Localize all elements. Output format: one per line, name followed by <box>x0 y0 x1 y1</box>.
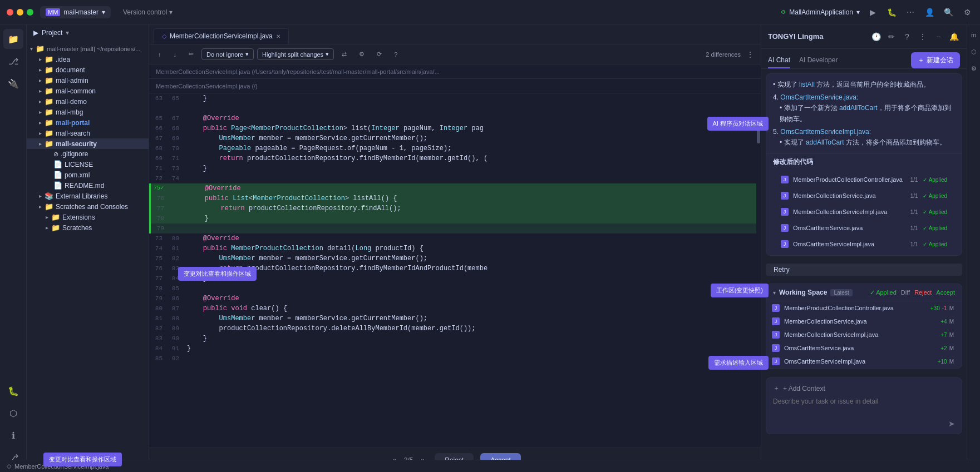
plus-icon: ＋ <box>773 384 780 393</box>
editor-scrollbar[interactable] <box>756 93 761 448</box>
code-line: 7481 public MemberProductCollection deta… <box>149 244 756 254</box>
sidebar-item-pom[interactable]: ▸ 📄 pom.xml <box>27 170 149 180</box>
code-line: 7173 } <box>149 163 756 173</box>
tab-close-icon[interactable]: ✕ <box>276 33 280 39</box>
files-icon[interactable]: 📁 <box>3 29 23 49</box>
activity-bar: 📁 ⎇ 🔌 🐛 ⬡ ℹ ⎇ <box>0 24 27 472</box>
ai-more-icon[interactable]: ⋮ <box>917 31 929 43</box>
debug-icon[interactable]: 🐛 <box>3 381 23 401</box>
code-diff-editor[interactable]: 6365 } 6567 @Override 6668 public Page<M… <box>149 93 761 448</box>
more-icon[interactable]: ⋯ <box>904 6 917 18</box>
minimize-button[interactable] <box>17 9 23 16</box>
applied-file-2[interactable]: J MemberCollectionService.java 1/1 ✓Appl… <box>775 188 953 203</box>
tab-ai-developer[interactable]: AI Developer <box>799 53 838 68</box>
code-line: 6971 return productCollectionRepository.… <box>149 153 756 163</box>
ai-clock-icon[interactable]: 🕐 <box>870 31 882 43</box>
sidebar-item-mall-common[interactable]: ▸ 📁 mall-common <box>27 86 149 96</box>
ws-added-2: +4 <box>940 319 947 325</box>
ai-notification-icon[interactable]: 🔔 <box>948 31 960 43</box>
task-description-input[interactable] <box>773 398 955 413</box>
ws-file-1[interactable]: J MemberProductCollectionController.java… <box>766 301 962 315</box>
editor-tab-impl[interactable]: ◇ MemberCollectionServiceImpl.java ✕ <box>154 28 289 44</box>
sidebar-item-mall-demo[interactable]: ▸ 📁 mall-demo <box>27 96 149 107</box>
terminal-icon[interactable]: ⬡ <box>3 403 23 423</box>
more-options-icon[interactable]: ⋮ <box>744 48 756 61</box>
sidebar-item-mall-admin[interactable]: ▸ 📁 mall-admin <box>27 75 149 86</box>
file-name-5: OmsCartItemServiceImpl.java <box>793 241 910 247</box>
ws-m-5: M <box>949 359 954 365</box>
add-context-button[interactable]: ＋ + Add Context <box>773 384 955 393</box>
right-icon-3[interactable]: ⚙ <box>968 62 980 74</box>
ai-minimize-icon[interactable]: − <box>932 31 944 43</box>
ws-reject[interactable]: Reject <box>914 289 932 296</box>
code-line: 6769 UmsMember member = memberService.ge… <box>149 133 756 143</box>
ai-panel-header: TONGYI Lingma 🕐 ✏ ? ⋮ − 🔔 <box>761 24 967 49</box>
help-icon[interactable]: ? <box>390 49 402 59</box>
sidebar-annotation: 变更对比查看和操作区域 <box>43 453 122 466</box>
applied-file-4[interactable]: J OmsCartItemService.java 1/1 ✓Applied <box>775 221 953 235</box>
maximize-button[interactable] <box>27 9 33 16</box>
ws-file-3[interactable]: J MemberCollectionServiceImpl.java +7 M <box>766 328 962 341</box>
sidebar-item-scratches[interactable]: ▸ 📁 Scratches <box>27 222 149 233</box>
close-button[interactable] <box>7 9 13 16</box>
run-icon[interactable]: ▶ <box>866 6 879 18</box>
gear-icon[interactable]: ⚙ <box>354 49 369 59</box>
version-control-btn[interactable]: Version control ▾ <box>117 6 178 18</box>
ws-accept[interactable]: Accept <box>936 289 955 296</box>
applied-file-1[interactable]: J MemberProductCollectionController.java… <box>775 172 953 187</box>
sidebar-item-idea[interactable]: ▸ 📁 .idea <box>27 54 149 64</box>
info-icon[interactable]: ℹ <box>3 425 23 445</box>
code-line: 6365 } <box>149 93 756 103</box>
ws-file-5[interactable]: J OmsCartItemServiceImpl.java +10 M <box>766 355 962 368</box>
applied-file-3[interactable]: J MemberCollectionServiceImpl.java 1/1 ✓… <box>775 205 953 219</box>
sidebar-header[interactable]: ▶ Project ▾ <box>27 24 149 41</box>
sidebar-item-mall-security[interactable]: ▸ 📁 mall-security <box>27 138 149 149</box>
sidebar-item-mall-search[interactable]: ▸ 📁 mall-search <box>27 128 149 138</box>
highlight-split-label: Highlight split changes <box>262 51 323 58</box>
vcs-icon[interactable]: ⎇ <box>3 51 23 71</box>
profile-icon[interactable]: 👤 <box>923 6 935 18</box>
new-chat-button[interactable]: ＋ 新建会话 <box>911 52 960 68</box>
edit-icon[interactable]: ✏ <box>184 49 198 59</box>
do-not-ignore-btn[interactable]: Do not ignore ▾ <box>201 48 254 60</box>
right-icon-2[interactable]: ⬡ <box>968 46 980 58</box>
plugins-icon[interactable]: 🔌 <box>3 73 23 93</box>
sidebar-item-gitignore[interactable]: ▸ ⊘ .gitignore <box>27 149 149 159</box>
version-chevron: ▾ <box>169 8 173 16</box>
sidebar-item-readme[interactable]: ▸ 📄 README.md <box>27 180 149 191</box>
retry-button[interactable]: Retry <box>766 264 962 276</box>
ai-edit-icon[interactable]: ✏ <box>885 31 898 43</box>
change-text-2: 4. OmsCartItemService.java: <box>773 92 955 103</box>
ws-file-2[interactable]: J MemberCollectionService.java +4 M <box>766 315 962 328</box>
sidebar-item-scratches-consoles[interactable]: ▸ 📁 Scratches and Consoles <box>27 201 149 212</box>
right-icon-1[interactable]: m <box>968 29 980 41</box>
search-icon[interactable]: 🔍 <box>942 6 954 18</box>
ws-diff[interactable]: Diff <box>901 289 910 296</box>
ai-help-icon[interactable]: ? <box>901 31 913 43</box>
tab-ai-chat[interactable]: AI Chat <box>768 53 790 68</box>
ws-file-name-3: MemberCollectionServiceImpl.java <box>784 331 940 338</box>
ai-panel: TONGYI Lingma 🕐 ✏ ? ⋮ − 🔔 AI Chat AI Dev… <box>761 24 967 472</box>
highlight-split-btn[interactable]: Highlight split changes ▾ <box>257 48 334 60</box>
prev-diff-btn[interactable]: ↑ <box>154 49 166 59</box>
debug-icon[interactable]: 🐛 <box>885 6 898 18</box>
ws-file-name-1: MemberProductCollectionController.java <box>784 305 930 311</box>
ai-title: TONGYI Lingma <box>768 32 865 41</box>
settings-icon[interactable]: ⚙ <box>961 6 973 18</box>
sidebar-item-mall-mbg[interactable]: ▸ 📁 mall-mbg <box>27 107 149 117</box>
sidebar-item-root[interactable]: ▾ 📁 mall-master [mall] ~/repositories/..… <box>27 43 149 54</box>
file-path-bar-2: MemberCollectionServiceImpl.java (/) <box>149 79 761 93</box>
sidebar-item-document[interactable]: ▸ 📁 document <box>27 64 149 75</box>
sidebar-item-license[interactable]: ▸ 📄 LICENSE <box>27 159 149 170</box>
project-selector[interactable]: MM mail-master ▾ <box>40 6 111 18</box>
applied-file-5[interactable]: J OmsCartItemServiceImpl.java 1/1 ✓Appli… <box>775 237 953 251</box>
sidebar-item-extensions[interactable]: ▸ 📁 Extensions <box>27 212 149 222</box>
ws-file-4[interactable]: J OmsCartItemService.java +2 M <box>766 341 962 355</box>
sidebar-item-external-libs[interactable]: ▸ 📚 External Libraries <box>27 191 149 201</box>
sidebar-item-mall-portal[interactable]: ▸ 📁 mall-portal <box>27 117 149 128</box>
ws-collapse-icon[interactable]: ▾ <box>773 290 776 296</box>
send-icon[interactable]: ➤ <box>948 419 955 428</box>
sync-icon[interactable]: ⟳ <box>372 49 386 59</box>
swap-btn[interactable]: ⇄ <box>337 49 351 59</box>
next-diff-btn[interactable]: ↓ <box>169 49 181 59</box>
